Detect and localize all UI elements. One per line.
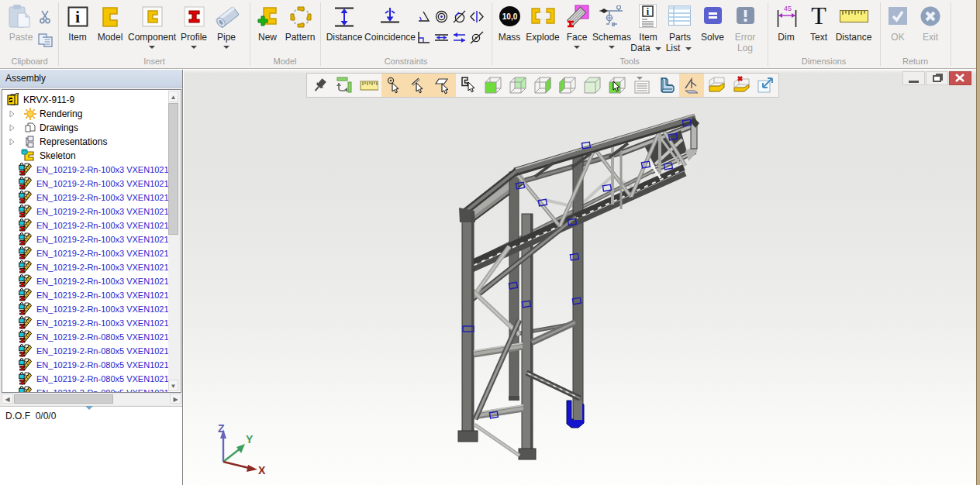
svg-text:Y: Y — [246, 433, 254, 445]
svg-text:10,0: 10,0 — [502, 12, 518, 21]
svg-text:45: 45 — [784, 5, 792, 12]
svg-text:Z: Z — [218, 422, 225, 435]
svg-text:X: X — [258, 464, 266, 476]
svg-text:i: i — [75, 7, 80, 26]
